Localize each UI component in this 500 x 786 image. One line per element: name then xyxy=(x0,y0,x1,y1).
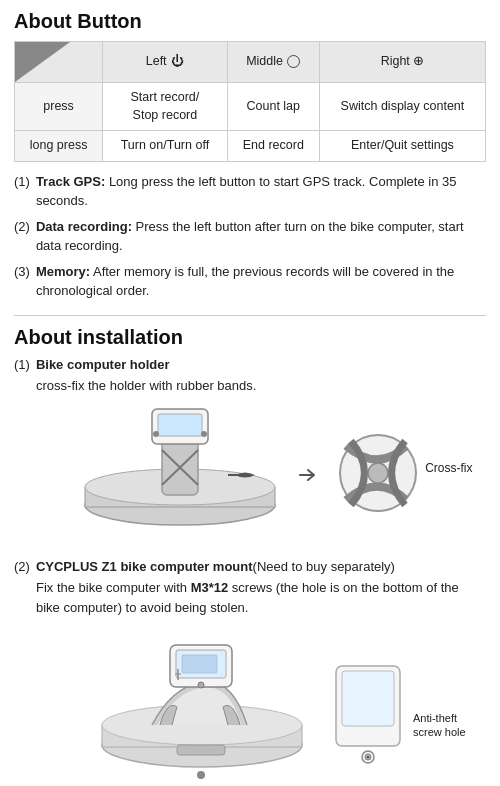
section2-title: About installation xyxy=(14,326,486,349)
anti-theft-label: Anti-theft screw hole xyxy=(413,711,483,740)
table-row-press: press Start record/Stop record Count lap… xyxy=(15,83,486,131)
install-list: (1) Bike computer holder cross-fix the h… xyxy=(14,357,486,783)
cycplus-title-bold: CYCPLUS Z1 bike computer mount xyxy=(36,559,253,574)
install-section: About installation (1) Bike computer hol… xyxy=(14,326,486,783)
right-icon: ⊕ xyxy=(413,54,424,68)
arrow-icon xyxy=(296,463,320,487)
note-recording: (2) Data recording: Press the left butto… xyxy=(14,217,486,256)
note-num-1: (1) xyxy=(14,172,30,211)
illustration-2: Anti-theft screw hole xyxy=(14,627,486,782)
power-icon: ⏻ xyxy=(170,55,184,69)
handlebar-svg xyxy=(80,405,280,545)
note-text-2: Data recording: Press the left button af… xyxy=(36,217,486,256)
antitheft-svg xyxy=(328,661,408,766)
install-num-1: (1) xyxy=(14,357,30,372)
note-gps: (1) Track GPS: Long press the left butto… xyxy=(14,172,486,211)
note-memory: (3) Memory: After memory is full, the pr… xyxy=(14,262,486,301)
svg-rect-26 xyxy=(342,671,394,726)
svg-point-19 xyxy=(198,682,204,688)
note-bold-2: Data recording: xyxy=(36,219,132,234)
notes-list: (1) Track GPS: Long press the left butto… xyxy=(14,172,486,301)
cell-press-left: Start record/Stop record xyxy=(103,83,228,131)
cell-press-middle: Count lap xyxy=(227,83,319,131)
cell-longpress-right: Enter/Quit settings xyxy=(319,131,485,162)
svg-point-8 xyxy=(201,431,207,437)
install-item-2: (2) CYCPLUS Z1 bike computer mount(Need … xyxy=(14,559,486,782)
svg-rect-23 xyxy=(182,655,217,673)
note-text-1: Track GPS: Long press the left button to… xyxy=(36,172,486,211)
install-item-2-header: (2) CYCPLUS Z1 bike computer mount(Need … xyxy=(14,559,486,574)
mount-svg xyxy=(92,627,312,782)
col-header-left: Left ⏻ xyxy=(103,42,228,83)
cross-fix-svg xyxy=(336,431,421,516)
svg-point-7 xyxy=(153,431,159,437)
install-title-1: Bike computer holder xyxy=(36,357,170,372)
col-header-right: Right ⊕ xyxy=(319,42,485,83)
button-table: Left ⏻ Middle Right ⊕ press Start record… xyxy=(14,41,486,162)
svg-point-24 xyxy=(197,771,205,779)
cross-fix-diagram: Cross-fix xyxy=(336,431,421,519)
screw-size-bold: M3*12 xyxy=(191,580,229,595)
antitheft-diagram: Anti-theft screw hole xyxy=(328,661,408,769)
col-header-middle: Middle xyxy=(227,42,319,83)
svg-point-13 xyxy=(368,463,388,483)
svg-point-29 xyxy=(367,755,370,758)
circle-icon xyxy=(287,55,300,68)
install-item-1: (1) Bike computer holder cross-fix the h… xyxy=(14,357,486,546)
note-bold-1: Track GPS: xyxy=(36,174,105,189)
illustration-1: Cross-fix xyxy=(14,405,486,545)
cell-longpress-middle: End record xyxy=(227,131,319,162)
svg-rect-6 xyxy=(158,414,202,436)
row-label-longpress: long press xyxy=(15,131,103,162)
note-bold-3: Memory: xyxy=(36,264,90,279)
cell-longpress-left: Turn on/Turn off xyxy=(103,131,228,162)
install-item-1-header: (1) Bike computer holder xyxy=(14,357,486,372)
cross-fix-label: Cross-fix xyxy=(425,461,472,475)
note-num-3: (3) xyxy=(14,262,30,301)
note-num-2: (2) xyxy=(14,217,30,256)
install-num-2: (2) xyxy=(14,559,30,574)
section1-title: About Button xyxy=(14,10,486,33)
install-body-1: cross-fix the holder with rubber bands. xyxy=(36,376,486,396)
cell-press-right: Switch display content xyxy=(319,83,485,131)
note-text-3: Memory: After memory is full, the previo… xyxy=(36,262,486,301)
table-row-longpress: long press Turn on/Turn off End record E… xyxy=(15,131,486,162)
install-body-2: Fix the bike computer with M3*12 screws … xyxy=(36,578,486,617)
install-title-2: CYCPLUS Z1 bike computer mount(Need to b… xyxy=(36,559,395,574)
row-label-press: press xyxy=(15,83,103,131)
corner-cell xyxy=(15,42,103,83)
svg-rect-22 xyxy=(177,745,225,755)
section-divider xyxy=(14,315,486,316)
